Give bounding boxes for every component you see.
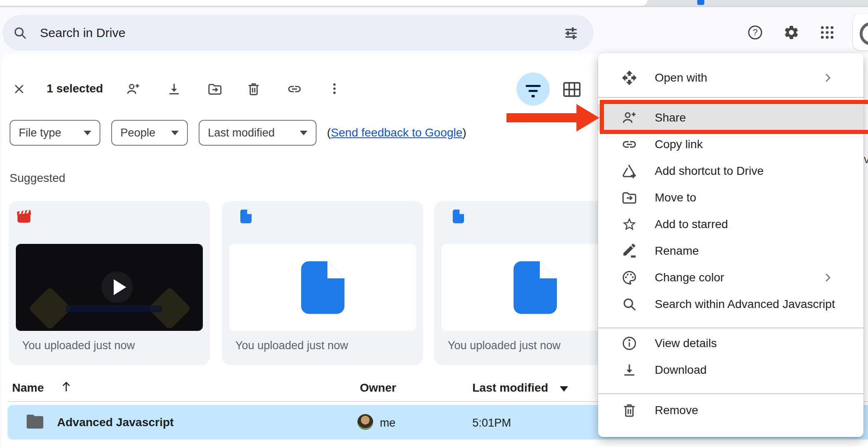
funnel-icon (526, 85, 541, 87)
open-with-icon (621, 70, 637, 86)
annotation-arrow (506, 113, 578, 122)
clipped-edge-text: v (864, 153, 868, 166)
move-to-folder-icon[interactable] (207, 82, 222, 97)
share-person-add-icon[interactable] (126, 82, 141, 97)
column-header-owner[interactable]: Owner (360, 381, 396, 395)
menu-item-remove[interactable]: Remove (598, 397, 863, 424)
menu-item-view-details[interactable]: View details (598, 330, 863, 357)
card-status: You uploaded just now (22, 339, 135, 352)
download-icon (621, 362, 637, 378)
filter-chip-last-modified[interactable]: Last modified (199, 120, 317, 146)
chevron-right-icon (821, 72, 834, 84)
settings-gear-icon[interactable] (783, 24, 800, 41)
column-header-name[interactable]: Name (12, 381, 44, 395)
star-icon (621, 216, 637, 232)
link-icon (621, 137, 637, 152)
send-feedback-link[interactable]: Send feedback to Google (331, 126, 462, 139)
row-owner: me (380, 417, 396, 430)
row-file-name[interactable]: Advanced Javascript (57, 416, 174, 429)
play-icon (114, 279, 126, 295)
trash-icon (621, 402, 637, 418)
browser-tab-strip-inactive-area (638, 0, 868, 6)
sort-ascending-arrow-icon[interactable] (59, 380, 73, 394)
search-icon (621, 296, 637, 312)
chevron-right-icon (821, 271, 834, 284)
more-actions-kebab-icon[interactable] (327, 82, 342, 96)
search-icon (12, 25, 27, 40)
menu-item-search-within[interactable]: Search within Advanced Javascript (598, 291, 863, 318)
trash-icon[interactable] (246, 82, 261, 97)
copy-link-icon[interactable] (287, 82, 302, 97)
sort-descending-icon[interactable] (560, 386, 568, 392)
suggested-card-video[interactable]: 02 - FP vs OOP introdu... You uploaded j… (9, 201, 210, 365)
browser-divider (0, 6, 868, 7)
browser-extension-badge-icon (697, 0, 704, 5)
folder-icon (27, 415, 43, 429)
grid-view-toggle-icon[interactable] (563, 82, 581, 97)
svg-text:?: ? (753, 27, 758, 37)
help-icon[interactable]: ? (747, 24, 763, 41)
card-status: You uploaded just now (448, 339, 561, 352)
menu-item-open-with[interactable]: Open with (598, 65, 863, 91)
selection-count: 1 selected (47, 82, 103, 95)
menu-divider (598, 97, 863, 98)
menu-item-download[interactable]: Download (598, 357, 863, 383)
thumbnail-shape (66, 305, 162, 312)
chevron-down-icon (171, 131, 179, 135)
owner-avatar (357, 414, 373, 430)
menu-item-move-to[interactable]: Move to (598, 184, 863, 211)
pencil-icon (621, 243, 637, 259)
add-shortcut-icon (621, 163, 637, 179)
filter-chip-file-type[interactable]: File type (10, 120, 100, 146)
active-filters-button[interactable] (516, 72, 550, 106)
menu-item-copy-link[interactable]: Copy link (598, 131, 863, 158)
menu-item-change-color[interactable]: Change color (598, 264, 863, 291)
palette-icon (621, 270, 637, 286)
chevron-down-icon (84, 131, 91, 135)
feedback-paren-close: ) (462, 126, 466, 139)
menu-item-rename[interactable]: Rename (598, 238, 863, 264)
column-header-modified[interactable]: Last modified (472, 381, 548, 395)
card-status: You uploaded just now (235, 339, 348, 352)
filter-chip-people[interactable]: People (111, 120, 188, 146)
file-thumbnail[interactable] (229, 244, 416, 331)
apps-grid-icon[interactable] (819, 24, 836, 41)
chip-label: Last modified (208, 127, 275, 139)
file-icon (514, 261, 557, 314)
file-icon (240, 209, 252, 224)
play-button[interactable] (101, 271, 133, 303)
menu-item-add-shortcut[interactable]: Add shortcut to Drive (598, 158, 863, 184)
search-input[interactable]: Search in Drive (40, 26, 125, 40)
thumbnail-shape (28, 287, 72, 330)
chip-label: People (120, 127, 155, 139)
menu-divider (598, 393, 863, 394)
download-icon[interactable] (167, 82, 182, 97)
search-bar[interactable]: Search in Drive (2, 15, 594, 51)
info-icon (621, 335, 637, 351)
video-thumbnail[interactable] (16, 244, 203, 331)
row-modified-time: 5:01PM (472, 417, 511, 430)
feedback-paren-open: ( (327, 126, 331, 139)
video-file-icon (17, 210, 31, 224)
file-icon (453, 209, 464, 224)
send-feedback: (Send feedback to Google) (327, 126, 466, 139)
google-drive-screen: { "search": { "placeholder": "Search in … (0, 0, 868, 447)
account-avatar-button[interactable] (853, 14, 868, 50)
menu-divider (598, 328, 863, 328)
suggested-card-file[interactable]: .DS_Store You uploaded just now (222, 201, 423, 365)
chevron-down-icon (300, 131, 307, 135)
chip-label: File type (19, 127, 61, 139)
annotation-highlight-box (600, 100, 868, 134)
file-icon (301, 261, 344, 314)
clear-selection-icon[interactable] (12, 82, 26, 96)
folder-move-icon (621, 190, 637, 206)
search-options-icon[interactable] (564, 26, 579, 41)
suggested-heading: Suggested (10, 171, 65, 185)
menu-item-add-to-starred[interactable]: Add to starred (598, 211, 863, 238)
avatar-ring-icon (860, 22, 868, 45)
annotation-arrow-head-icon (576, 104, 599, 132)
